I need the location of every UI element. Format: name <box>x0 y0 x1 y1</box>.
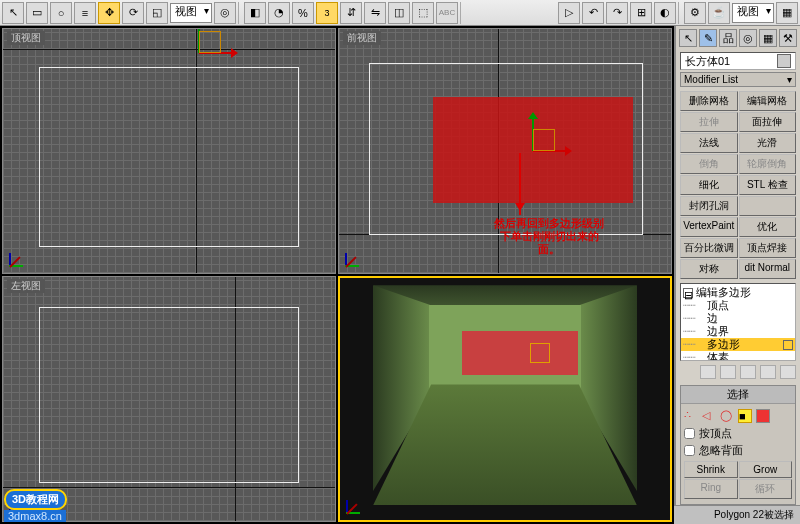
tool-scale[interactable]: ◱ <box>146 2 168 24</box>
show-end-icon[interactable] <box>720 365 736 379</box>
tool-mirror[interactable]: ⇋ <box>364 2 386 24</box>
btn-optimize[interactable]: 优化 <box>739 217 797 237</box>
tool-snap-3d[interactable]: 3 <box>316 2 338 24</box>
pin-stack-icon[interactable] <box>700 365 716 379</box>
command-panel: ↖ ✎ 品 ◎ ▦ ⚒ 长方体01 Modifier List 删除网格 编辑网… <box>674 26 800 524</box>
axis-tripod <box>345 237 375 267</box>
perspective-render <box>340 278 670 520</box>
viewport-front[interactable]: 前视图 然后再回到多边形级别 下单击刚刚切出来的 面。 <box>338 28 672 274</box>
selection-rollout: 选择 ∴ ◁ ◯ ■ 按顶点 忽略背面 Shrink Grow Ring 循环 <box>680 385 796 505</box>
tool-redo[interactable]: ↷ <box>606 2 628 24</box>
stack-root[interactable]: ⊟编辑多边形 <box>681 286 795 299</box>
subobj-border-icon[interactable]: ◯ <box>720 409 734 423</box>
tool-schematic[interactable]: ⊞ <box>630 2 652 24</box>
tool-material[interactable]: ◐ <box>654 2 676 24</box>
btn-face-extrude[interactable]: 面拉伸 <box>739 112 797 132</box>
tab-modify[interactable]: ✎ <box>699 29 717 47</box>
selection-status: Polygon 22被选择 <box>674 505 800 524</box>
annotation-text: 然后再回到多边形级别 下单击刚刚切出来的 面。 <box>459 217 639 256</box>
render-type-dropdown[interactable]: 视图 <box>732 3 774 23</box>
viewport-label: 顶视图 <box>7 31 45 45</box>
selection-rollout-head[interactable]: 选择 <box>681 386 795 404</box>
viewport-left[interactable]: 左视图 <box>2 276 336 522</box>
btn-empty <box>739 196 797 216</box>
quick-render[interactable]: ☕ <box>708 2 730 24</box>
viewport-top[interactable]: 顶视图 <box>2 28 336 274</box>
play-button[interactable]: ▷ <box>558 2 580 24</box>
subobj-edge-icon[interactable]: ◁ <box>702 409 716 423</box>
tool-arrow[interactable]: ↖ <box>2 2 24 24</box>
tab-hierarchy[interactable]: 品 <box>719 29 737 47</box>
tab-motion[interactable]: ◎ <box>739 29 757 47</box>
axis-tripod <box>9 237 39 267</box>
tool-text[interactable]: ABC <box>436 2 458 24</box>
tool-layer[interactable]: ⬚ <box>412 2 434 24</box>
tool-snap-toggle[interactable]: ◧ <box>244 2 266 24</box>
btn-smooth[interactable]: 光滑 <box>739 133 797 153</box>
watermark: 3D教程网 3dmax8.cn <box>4 489 67 522</box>
tab-display[interactable]: ▦ <box>759 29 777 47</box>
tab-create[interactable]: ↖ <box>679 29 697 47</box>
by-vertex-checkbox[interactable]: 按顶点 <box>684 425 792 442</box>
tool-undo[interactable]: ↶ <box>582 2 604 24</box>
stack-polygon[interactable]: ┈┈多边形 <box>681 338 795 351</box>
btn-edit-mesh[interactable]: 编辑网格 <box>739 91 797 111</box>
btn-percent-adjust[interactable]: 百分比微调 <box>680 238 738 258</box>
viewport-label: 左视图 <box>7 279 45 293</box>
tool-array[interactable]: ◫ <box>388 2 410 24</box>
configure-icon[interactable] <box>780 365 796 379</box>
subobj-polygon-icon[interactable]: ■ <box>738 409 752 423</box>
modifier-buttons: 删除网格 编辑网格 拉伸 面拉伸 法线 光滑 倒角 轮廓倒角 细化 STL 检查… <box>676 89 800 281</box>
btn-vertex-weld[interactable]: 顶点焊接 <box>739 238 797 258</box>
ref-coord-dropdown[interactable]: 视图 <box>170 3 212 23</box>
tool-move[interactable]: ✥ <box>98 2 120 24</box>
tab-utilities[interactable]: ⚒ <box>779 29 797 47</box>
stack-vertex[interactable]: ┈┈顶点 <box>681 299 795 312</box>
tool-align[interactable]: ⇵ <box>340 2 362 24</box>
selected-polygon <box>462 331 578 375</box>
btn-symmetry[interactable]: 对称 <box>680 259 738 279</box>
ring-button[interactable]: Ring <box>684 479 738 499</box>
tool-select-lasso[interactable]: ○ <box>50 2 72 24</box>
move-gizmo[interactable] <box>503 121 563 181</box>
btn-normal[interactable]: 法线 <box>680 133 738 153</box>
tool-rotate[interactable]: ⟳ <box>122 2 144 24</box>
btn-vertex-paint[interactable]: VertexPaint <box>680 217 738 237</box>
viewport-perspective[interactable] <box>338 276 672 522</box>
btn-outline-bevel[interactable]: 轮廓倒角 <box>739 154 797 174</box>
ignore-backface-checkbox[interactable]: 忽略背面 <box>684 442 792 459</box>
remove-mod-icon[interactable] <box>760 365 776 379</box>
btn-tessellate[interactable]: 细化 <box>680 175 738 195</box>
annotation-arrow-icon <box>519 153 521 215</box>
tool-pivot[interactable]: ◎ <box>214 2 236 24</box>
object-wireframe <box>39 307 299 483</box>
object-name-field[interactable]: 长方体01 <box>680 52 796 70</box>
unique-icon[interactable] <box>740 365 756 379</box>
render-scene[interactable]: ⚙ <box>684 2 706 24</box>
shrink-button[interactable]: Shrink <box>684 461 738 478</box>
move-gizmo[interactable] <box>169 28 229 83</box>
render-last[interactable]: ▦ <box>776 2 798 24</box>
tool-angle-snap[interactable]: ◔ <box>268 2 290 24</box>
loop-button[interactable]: 循环 <box>739 479 793 499</box>
btn-bevel[interactable]: 倒角 <box>680 154 738 174</box>
grow-button[interactable]: Grow <box>739 461 793 478</box>
tool-percent-snap[interactable]: % <box>292 2 314 24</box>
modifier-list-dropdown[interactable]: Modifier List <box>680 72 796 87</box>
subobj-vertex-icon[interactable]: ∴ <box>684 409 698 423</box>
tool-select-name[interactable]: ≡ <box>74 2 96 24</box>
object-wireframe <box>39 67 299 247</box>
btn-delete-mesh[interactable]: 删除网格 <box>680 91 738 111</box>
btn-extrude[interactable]: 拉伸 <box>680 112 738 132</box>
stack-element[interactable]: ┈┈体素 <box>681 351 795 361</box>
tool-select-region[interactable]: ▭ <box>26 2 48 24</box>
viewport-container: 顶视图 前视图 然后再回到多边形级别 下单击刚刚切出来的 面。 <box>0 26 674 524</box>
axis-tripod <box>346 484 376 514</box>
subobj-element-icon[interactable] <box>756 409 770 423</box>
btn-stl-check[interactable]: STL 检查 <box>739 175 797 195</box>
object-color-swatch[interactable] <box>777 54 791 68</box>
btn-edit-normal[interactable]: dit Normal <box>739 259 797 279</box>
modifier-stack[interactable]: ⊟编辑多边形 ┈┈顶点 ┈┈边 ┈┈边界 ┈┈多边形 ┈┈体素 <box>680 283 796 361</box>
btn-cap-holes[interactable]: 封闭孔洞 <box>680 196 738 216</box>
stack-edge[interactable]: ┈┈边 <box>681 312 795 325</box>
